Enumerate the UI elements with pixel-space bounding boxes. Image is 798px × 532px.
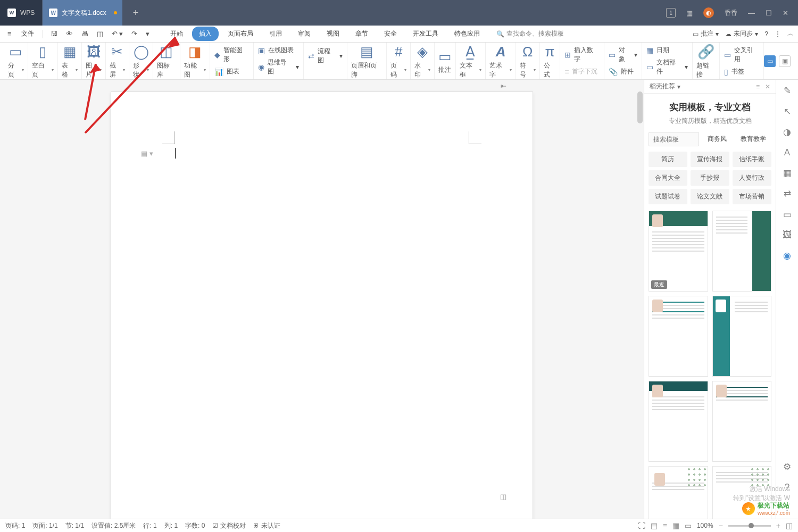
cat-resume[interactable]: 简历: [649, 152, 687, 167]
minimize-icon[interactable]: —: [748, 9, 755, 17]
ribbon-flowchart[interactable]: ⇄流程图 ▾: [308, 47, 343, 65]
zoom-level[interactable]: 100%: [697, 522, 713, 529]
ribbon-chart[interactable]: 📊图表: [214, 67, 248, 76]
view-read-icon[interactable]: ▭: [685, 521, 692, 530]
image-tool-icon[interactable]: 🖼: [783, 230, 792, 240]
command-search[interactable]: 🔍 查找命令、搜索模板: [496, 29, 564, 38]
template-item[interactable]: [649, 466, 708, 519]
add-tab-button[interactable]: +: [133, 7, 139, 19]
canvas-scroll[interactable]: ▤ ▾ ⇤ ◫: [0, 80, 644, 519]
sb-auth[interactable]: ⛨ 未认证: [253, 521, 280, 530]
menu-tab-security[interactable]: 安全: [377, 27, 404, 41]
quick-access-icon[interactable]: ◫: [94, 28, 106, 40]
shape-tool-icon[interactable]: ◑: [783, 127, 791, 138]
ribbon-screenshot[interactable]: ✂截屏▾: [106, 43, 130, 79]
ribbon-docparts[interactable]: ▭文档部件 ▾: [646, 58, 688, 76]
user-avatar[interactable]: ◐: [703, 7, 714, 18]
template-item[interactable]: [712, 381, 772, 462]
ribbon-insertnum[interactable]: ⊞插入数字: [564, 46, 599, 64]
viewmode-1-icon[interactable]: ▭: [764, 55, 776, 67]
flow-tool-icon[interactable]: ⇄: [784, 188, 791, 200]
cat-letter[interactable]: 信纸手账: [733, 152, 771, 167]
grid-apps-icon[interactable]: ▦: [686, 9, 693, 17]
template-item[interactable]: 最近: [649, 211, 708, 292]
panel-close-icon[interactable]: ✕: [765, 83, 770, 90]
ribbon-attachment[interactable]: 📎附件: [609, 67, 637, 76]
collapse-ribbon-icon[interactable]: ︿: [787, 29, 794, 38]
template-tab-edu[interactable]: 教育教学: [735, 132, 771, 146]
sb-row[interactable]: 行: 1: [143, 521, 156, 530]
fullscreen-icon[interactable]: ⛶: [638, 521, 645, 530]
menu-tab-review[interactable]: 审阅: [291, 27, 318, 41]
username[interactable]: 香香: [725, 9, 737, 18]
maximize-icon[interactable]: ☐: [766, 9, 772, 17]
template-item[interactable]: [712, 211, 772, 292]
cat-hr[interactable]: 人资行政: [733, 170, 771, 186]
customize-icon[interactable]: ▾: [143, 28, 153, 40]
menu-tab-start[interactable]: 开始: [163, 27, 190, 41]
viewmode-2-icon[interactable]: ▣: [779, 55, 791, 67]
template-tab-business[interactable]: 商务风: [702, 132, 732, 146]
ribbon-functionmap[interactable]: ◨功能图▾: [180, 43, 211, 79]
ribbon-blankpage[interactable]: ▯空白页▾: [28, 43, 59, 79]
sb-pageof[interactable]: 页面: 1/1: [32, 521, 57, 530]
cat-exam[interactable]: 试题试卷: [649, 189, 687, 204]
view-outline-icon[interactable]: ≡: [663, 521, 667, 530]
ribbon-hyperlink[interactable]: 🔗超链接: [693, 43, 720, 79]
view-print-icon[interactable]: ▤: [651, 521, 658, 530]
ribbon-headerfooter[interactable]: ▤页眉和页脚: [347, 43, 387, 79]
ribbon-watermark[interactable]: ◈水印▾: [411, 43, 435, 79]
ribbon-crossref[interactable]: ▭交叉引用: [724, 46, 759, 64]
hamburger-icon[interactable]: ≡: [4, 28, 15, 40]
font-tool-icon[interactable]: A: [784, 147, 790, 158]
menu-tab-special[interactable]: 特色应用: [447, 27, 487, 41]
ribbon-shapes[interactable]: ◯形状▾: [129, 43, 153, 79]
zoom-in-icon[interactable]: +: [776, 521, 780, 530]
menu-tab-view[interactable]: 视图: [320, 27, 346, 41]
ribbon-onlinechart[interactable]: ▣在线图表: [258, 46, 299, 55]
view-web-icon[interactable]: ▦: [672, 521, 679, 530]
print-icon[interactable]: 🖶: [78, 28, 92, 40]
ribbon-date[interactable]: ▦日期: [646, 46, 688, 55]
cat-thesis[interactable]: 论文文献: [691, 189, 729, 204]
menu-tab-dev[interactable]: 开发工具: [406, 27, 445, 41]
template-tool-icon[interactable]: ◉: [783, 250, 791, 261]
sb-pagenum[interactable]: 页码: 1: [5, 521, 25, 530]
close-icon[interactable]: ✕: [783, 9, 788, 17]
help-icon[interactable]: ?: [764, 30, 768, 38]
ribbon-object[interactable]: ▭对象 ▾: [609, 46, 637, 64]
table-tool-icon[interactable]: ▦: [783, 168, 792, 179]
zoom-slider[interactable]: [728, 525, 771, 527]
page-options-icon[interactable]: ▤ ▾: [141, 149, 153, 157]
wps-home-tab[interactable]: W WPS: [0, 0, 42, 26]
ribbon-pagenum[interactable]: #页码▾: [387, 43, 411, 79]
print-preview-icon[interactable]: 👁: [63, 28, 76, 40]
document-page[interactable]: ▤ ▾: [111, 92, 533, 519]
zoom-out-icon[interactable]: −: [719, 521, 723, 530]
doc-tool-icon[interactable]: ▭: [783, 209, 792, 220]
file-menu[interactable]: 文件: [17, 27, 38, 40]
template-item[interactable]: [712, 296, 772, 377]
template-item[interactable]: [649, 381, 708, 462]
panel-collapse-icon[interactable]: ⇤: [501, 82, 506, 90]
settings-tool-icon[interactable]: ⚙: [783, 461, 791, 472]
page-count-badge[interactable]: 1: [666, 8, 676, 18]
template-item[interactable]: [649, 296, 708, 377]
ribbon-mindmap[interactable]: ◉思维导图 ▾: [258, 58, 299, 76]
templates-panel-title[interactable]: 稻壳推荐 ▾: [650, 82, 680, 91]
ribbon-wordart[interactable]: A艺术字▾: [486, 43, 516, 79]
document-tab[interactable]: W 文字文稿1.docx: [43, 0, 122, 26]
sb-section[interactable]: 节: 1/1: [65, 521, 84, 530]
ribbon-equation[interactable]: π公式: [540, 43, 561, 79]
cat-newspaper[interactable]: 手抄报: [691, 170, 729, 186]
menu-tab-layout[interactable]: 页面布局: [221, 27, 260, 41]
cat-poster[interactable]: 宣传海报: [691, 152, 729, 167]
more-icon[interactable]: ⋮: [775, 30, 781, 38]
template-search-input[interactable]: [649, 132, 699, 146]
edit-tool-icon[interactable]: ✎: [784, 85, 791, 96]
sync-button[interactable]: ☁未同步 ▾: [725, 29, 758, 38]
panel-nav-icon[interactable]: ◫: [500, 493, 506, 501]
sb-col[interactable]: 列: 1: [164, 521, 178, 530]
ribbon-textbox[interactable]: A̲文本框▾: [456, 43, 486, 79]
cat-contract[interactable]: 合同大全: [649, 170, 687, 186]
